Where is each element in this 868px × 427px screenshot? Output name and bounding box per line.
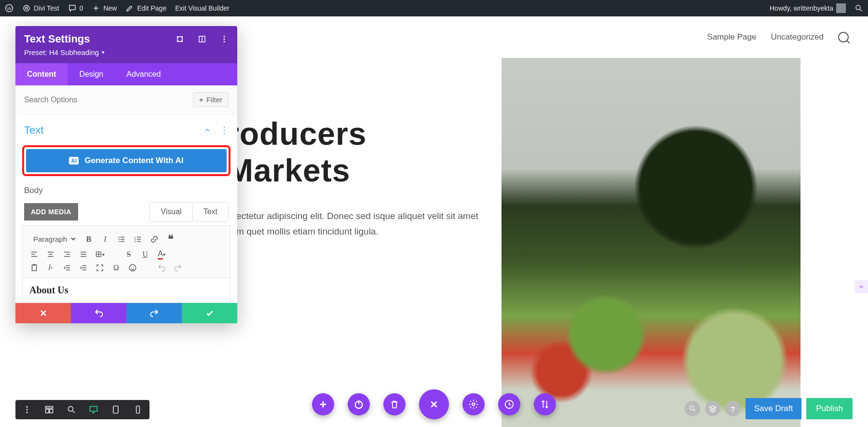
search-input[interactable] bbox=[24, 96, 193, 104]
indent-icon[interactable] bbox=[79, 263, 88, 273]
align-right-icon[interactable] bbox=[62, 249, 72, 259]
tablet-icon[interactable] bbox=[111, 405, 121, 414]
nav-link-uncategorized[interactable]: Uncategorized bbox=[771, 32, 824, 42]
add-button[interactable] bbox=[312, 393, 334, 415]
filter-button[interactable]: +Filter bbox=[193, 92, 229, 107]
text-settings-panel: Text Settings Preset: H4 Subheading Cont… bbox=[15, 26, 237, 323]
trash-button[interactable] bbox=[383, 393, 406, 415]
wp-logo[interactable] bbox=[5, 4, 14, 13]
svg-rect-57 bbox=[136, 406, 140, 413]
svg-point-54 bbox=[68, 406, 73, 411]
svg-point-50 bbox=[26, 412, 27, 413]
expand-icon[interactable] bbox=[176, 35, 184, 43]
editor-content[interactable]: About Us bbox=[22, 278, 231, 303]
svg-point-62 bbox=[690, 406, 694, 410]
align-center-icon[interactable] bbox=[46, 249, 55, 259]
nav-search-icon[interactable] bbox=[838, 32, 849, 42]
search-filter-row: +Filter bbox=[15, 85, 237, 114]
phone-icon[interactable] bbox=[133, 405, 143, 414]
avatar bbox=[836, 3, 846, 13]
svg-rect-55 bbox=[90, 406, 97, 411]
layers-button[interactable] bbox=[705, 401, 720, 416]
svg-point-47 bbox=[134, 267, 135, 268]
history-button[interactable] bbox=[498, 393, 520, 415]
power-button[interactable] bbox=[348, 393, 370, 415]
tab-design[interactable]: Design bbox=[68, 63, 115, 85]
side-tab-icon[interactable]: ›‹ bbox=[854, 280, 868, 293]
body-label: Body bbox=[15, 183, 237, 198]
cancel-button[interactable] bbox=[15, 303, 71, 323]
outdent-icon[interactable] bbox=[62, 263, 72, 273]
omega-icon[interactable]: Ω bbox=[111, 263, 121, 273]
section-more-icon[interactable]: ⋮ bbox=[220, 125, 229, 136]
svg-rect-53 bbox=[50, 409, 53, 413]
svg-rect-56 bbox=[113, 406, 118, 413]
svg-point-0 bbox=[6, 5, 13, 12]
svg-point-2 bbox=[26, 7, 28, 10]
exit-visual-builder[interactable]: Exit Visual Builder bbox=[175, 4, 230, 12]
nav-link-sample[interactable]: Sample Page bbox=[707, 32, 756, 42]
snap-icon[interactable] bbox=[198, 35, 206, 43]
ai-button-highlight: AI Generate Content With AI bbox=[22, 145, 231, 176]
svg-point-12 bbox=[119, 241, 120, 242]
tab-content[interactable]: Content bbox=[15, 63, 68, 85]
panel-header: Text Settings Preset: H4 Subheading bbox=[15, 26, 237, 63]
howdy-user[interactable]: Howdy, writtenbyekta bbox=[770, 3, 846, 13]
swap-button[interactable] bbox=[534, 393, 556, 415]
redo-button[interactable] bbox=[126, 303, 182, 323]
format-select[interactable]: Paragraph bbox=[29, 233, 77, 246]
table-icon[interactable]: ▾ bbox=[95, 249, 105, 259]
save-button[interactable] bbox=[182, 303, 237, 323]
fullscreen-icon[interactable] bbox=[95, 263, 105, 273]
svg-rect-38 bbox=[33, 264, 36, 266]
site-name[interactable]: Divi Test bbox=[22, 4, 59, 13]
add-media-button[interactable]: ADD MEDIA bbox=[24, 203, 78, 220]
builder-actions bbox=[312, 389, 556, 419]
text-section-header[interactable]: Text ⋮ bbox=[15, 114, 237, 142]
tab-advanced[interactable]: Advanced bbox=[115, 63, 172, 85]
edit-page[interactable]: Edit Page bbox=[125, 4, 166, 13]
desktop-icon[interactable] bbox=[89, 405, 98, 414]
undo-button[interactable] bbox=[71, 303, 126, 323]
clear-format-icon[interactable]: I× bbox=[46, 263, 55, 273]
link-icon[interactable] bbox=[149, 234, 159, 244]
zoom-icon[interactable] bbox=[67, 405, 76, 414]
redo-icon[interactable] bbox=[173, 263, 183, 273]
textcolor-icon[interactable]: A▾ bbox=[157, 249, 166, 259]
quote-icon[interactable]: ❝ bbox=[166, 234, 176, 244]
undo-icon[interactable] bbox=[157, 263, 166, 273]
bold-icon[interactable]: B bbox=[84, 234, 94, 244]
new-content[interactable]: New bbox=[92, 4, 117, 13]
find-button[interactable] bbox=[685, 401, 700, 416]
svg-point-11 bbox=[119, 238, 120, 239]
italic-icon[interactable]: I bbox=[100, 234, 110, 244]
options-icon[interactable] bbox=[22, 405, 32, 414]
tab-text-mode[interactable]: Text bbox=[193, 203, 228, 221]
emoji-icon[interactable] bbox=[128, 263, 137, 273]
strike-icon[interactable]: S bbox=[124, 249, 134, 259]
svg-rect-52 bbox=[46, 409, 49, 413]
settings-button[interactable] bbox=[462, 393, 485, 415]
close-builder-button[interactable] bbox=[419, 389, 449, 419]
panel-title: Text Settings bbox=[24, 33, 90, 45]
chevron-up-icon[interactable] bbox=[203, 126, 211, 134]
wireframe-icon[interactable] bbox=[44, 405, 54, 414]
svg-point-1 bbox=[24, 5, 29, 11]
admin-search-icon[interactable] bbox=[854, 4, 863, 13]
wp-admin-bar: Divi Test 0 New Edit Page Exit Visual Bu… bbox=[0, 0, 868, 16]
underline-icon[interactable]: U bbox=[140, 249, 150, 259]
help-button[interactable]: ? bbox=[725, 401, 741, 416]
preset-selector[interactable]: Preset: H4 Subheading bbox=[24, 48, 229, 56]
tab-visual[interactable]: Visual bbox=[150, 203, 192, 221]
generate-ai-button[interactable]: AI Generate Content With AI bbox=[26, 149, 227, 172]
publish-button[interactable]: Publish bbox=[806, 398, 853, 419]
save-draft-button[interactable]: Save Draft bbox=[746, 398, 801, 419]
more-icon[interactable] bbox=[220, 35, 229, 43]
align-left-icon[interactable] bbox=[29, 249, 39, 259]
svg-point-8 bbox=[224, 39, 225, 40]
ol-icon[interactable]: 123 bbox=[133, 234, 143, 244]
comments[interactable]: 0 bbox=[68, 4, 83, 13]
justify-icon[interactable] bbox=[79, 249, 88, 259]
ul-icon[interactable] bbox=[117, 234, 126, 244]
paste-icon[interactable] bbox=[29, 263, 39, 273]
